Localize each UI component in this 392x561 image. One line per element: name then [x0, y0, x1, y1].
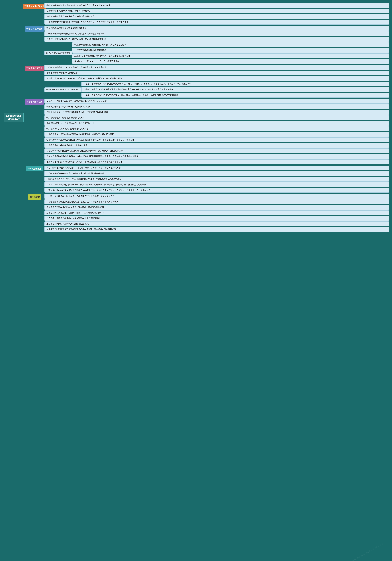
image-compression-label: 目前的图像压缩编码方法大数可分为三类 [44, 87, 81, 92]
img-compress-leaf-1: 一是基于图像数据统计特征的压缩方法,主要有统计编码、预测编码、变换编码、矢量量化… [82, 82, 389, 86]
audio-compression-subbranch: 数字音频压缩编码技术主要有 一是基于音频数据的统计特性的编码技术,典型的是波型编… [44, 42, 389, 64]
img-compress-leaf-2: 二是基于人眼视觉特性的压缩方法,主要是采用基于方向滤波的图像编码、基于图像轮廓和… [82, 87, 389, 92]
branch-row-digital-image: 数字图像处理技术 与数字音频处理技术一样,首先是将自然界的视觉信息转换成数字信号… [24, 65, 389, 97]
storage-leaf-2: 其存储容量和存取速度也越来越高,仍将是数字媒体存储技术中不可替代的存储媒体 [44, 199, 389, 204]
storage-leaf-1: 由于其记录性能优异、应用灵活、价格低廉,在技术上仍具有相当大的发展潜力 [44, 194, 389, 199]
watermark: iAmBTIRXI-TEFF4013*314/41171310+11433T:F… [346, 543, 383, 561]
branch-tag-col-4: 数字媒体编码技术 [24, 99, 44, 105]
anim-leaf-4: 计算机动画技术主要包括关键帧动画、变形物体动画、过程动画、关节动画与人体动画、基… [44, 182, 389, 187]
branch-content-4: 发展的另一个重要方向就是综合现有的编码技术,制定统一的国际标准 使数字媒体信息系… [44, 99, 389, 164]
leaf-1-1: 是数字媒体的关键,主要包括模拟媒体信息的数字化、高效的压缩编码技术 [44, 3, 389, 8]
branch-content-3: 与数字音频处理技术一样,首先是将自然界的视觉信息转换成数字信号 原始图像数据也需… [44, 65, 389, 97]
storage-leaf-5: 单位价格低及应用多样化等特点成为数字媒体信息的重要载体 [44, 216, 389, 221]
image-compression-leaves: 一是基于图像数据统计特征的压缩方法,主要有统计编码、预测编码、变换编码、矢量量化… [82, 82, 389, 97]
leaf-1-2: 以及数字媒体信息的特征提取、分类与识别技术等 [44, 9, 389, 13]
audio-leaf-2: 二是基于音频的声学参数的编码技术 [72, 48, 389, 53]
branch-label-animation: 计算机动画技术 [26, 166, 43, 172]
storage-leaf-4: 光存储技术以其标准化、容量大、寿命长、工作稳定可靠、体积小 [44, 210, 389, 215]
storage-leaf-3: 目前应用于数字媒体的磁存储技术主要有硬盘、硬盘阵列和磁带等 [44, 205, 389, 210]
storage-leaf-6: 蓝光存储技术的出现,使得光存储的容量成倍提高 [44, 221, 389, 226]
branch-label-storage: 磁存储技术 [28, 194, 41, 200]
leaf-1-4: 因此,相关的数字媒体信息处理技术的研发也是以数字音频处理技术和数字图像处理技术为… [44, 20, 389, 24]
branches-column: 数字媒体信息处理技术 是数字媒体的关键,主要包括模拟媒体信息的数字化、高效的压缩… [24, 3, 389, 232]
audio-compression-leaves: 一是基于音频数据的统计特性的编码技术,典型的是波型编码 二是基于音频的声学参数的… [72, 42, 389, 64]
leaf-1-3: 在数字媒体中,最具代表性和复杂性的是声音与图像信息 [44, 14, 389, 19]
branch-row-digital-audio: 数字音频处理技术 首先是将模拟的声音信号变换成数字音频信号 由于数字化的音频信号… [24, 26, 389, 64]
branch-tag-col-5: 计算机动画技术 [24, 166, 44, 172]
root-node: 新媒体运营信息处理与生成技术 [4, 113, 24, 122]
coding-leaf-1: 发展的另一个重要方向就是综合现有的编码技术,制定统一的国际标准 [44, 99, 389, 104]
leaf-2-1: 首先是将模拟的声音信号变换成数字音频信号 [44, 26, 389, 31]
image-leaf-1: 与数字音频处理技术一样,首先是将自然界的视觉信息转换成数字信号 [44, 65, 389, 70]
audio-compression-label: 数字音频压缩编码技术主要有 [44, 51, 72, 55]
anim-leaf-1: 是以计算机图形技术为基础,综合运用艺术、数学、物理学、生命科学及人工智能等学科 [44, 166, 389, 171]
anim-leaf-3: 计算机动画经历了从二维到三维,从线框图到真实感图像,从逐帧动画到实时动画的过程 [44, 177, 389, 182]
branch-tag-col-6: 磁存储技术 [24, 194, 44, 200]
branch-row-digital-media-info: 数字媒体信息处理技术 是数字媒体的关键,主要包括模拟媒体信息的数字化、高效的压缩… [24, 3, 389, 24]
branch-label-media-coding: 数字媒体编码技术 [25, 99, 44, 105]
audio-leaf-4: 成为以 MPEG 和 Dolby AC 3 为代表的标准商用系统 [72, 59, 389, 64]
coding-leaf-9: 计算机图形技术能够生成(绘制)非常复杂的图形 [44, 143, 389, 148]
branch-content-5: 是以计算机图形技术为基础,综合运用艺术、数学、物理学、生命科学及人工智能等学科 … [44, 166, 389, 193]
branch-row-storage: 磁存储技术 由于其记录性能优异、应用灵活、价格低廉,在技术上仍具有相当大的发展潜… [24, 194, 389, 232]
coding-leaf-8: 它是利用计算机生成和处理图形的技术,主要包括图形输入技术、图形建模技术、图形处理… [44, 137, 389, 142]
branch-label-digital-image: 数字图像处理技术 [25, 66, 44, 71]
branch-label-digital-media-info: 数字媒体信息处理技术 [23, 4, 46, 9]
image-leaf-2: 原始图像数据也需要进行高效的压缩 [44, 71, 389, 76]
coding-leaf-6: 特别是汉字识别技术和人类生理特征识别技术等 [44, 126, 389, 131]
branch-tag-col-1: 数字媒体信息处理技术 [24, 3, 44, 10]
coding-leaf-2: 使数字媒体信息系统具有普遍的互操作性和兼容性 [44, 104, 389, 109]
img-compress-leaf-3: 三是基于图像内容特征的压缩方法,主要采用形分编码、模型编码等,也是新一代高效图像… [82, 93, 389, 97]
coding-leaf-7: 计算机图形技术几乎在所有的数字媒体内容及系统中都得到了非常广泛的应用 [44, 132, 389, 137]
branch-label-digital-audio: 数字音频处理技术 [25, 26, 44, 32]
branch-content-2: 首先是将模拟的声音信号变换成数字音频信号 由于数字化的音频信号数据量非常大,因此… [44, 26, 389, 64]
branch-tag-col-2: 数字音频处理技术 [24, 26, 44, 32]
audio-leaf-3: 三是基于人的听觉特性的编码技术,其典型的技术是感知编码技术 [72, 53, 389, 58]
root-column: 新媒体运营信息处理与生成技术 [3, 3, 24, 232]
mindmap-container: 新媒体运营信息处理与生成技术 数字媒体信息处理技术 是数字媒体的关键,主要包括模… [3, 3, 389, 232]
coding-leaf-11: 真实感图形绘制的目的是使绘制出来的物体形象尽可能地接近真实,看上去与真实感照片几… [44, 154, 389, 159]
branch-tag-col-3: 数字图像处理技术 [24, 65, 44, 71]
coding-leaf-4: 特别是语音合成、语音增加和语音识别技术 [44, 115, 389, 120]
branch-content-1: 是数字媒体的关键,主要包括模拟媒体信息的数字化、高效的压缩编码技术 以及数字媒体… [44, 3, 389, 24]
anim-leaf-5: 目前,计算机动画的主要研究方向包括复杂物体造型技术、隐式曲面造型与动画、表演动画… [44, 188, 389, 193]
image-compression-subbranch: 目前的图像压缩编码方法大数可分为三类 一是基于图像数据统计特征的压缩方法,主要有… [44, 82, 389, 97]
leaf-2-2: 由于数字化的音频信号数据量非常大,因此需要根据音频信号的特性 [44, 31, 389, 36]
coding-leaf-5: 同样,图像识别技术也是数字媒体系统中广泛应用的技术 [44, 121, 389, 126]
coding-leaf-3: 数字语音处理技术也是数字音频处理技术的一个重要的研究与应用领域 [44, 110, 389, 115]
branch-content-6: 由于其记录性能优异、应用灵活、价格低廉,在技术上仍具有相当大的发展潜力 其存储容… [44, 194, 389, 232]
coding-leaf-12: 非真实感图形绘制是指利用计算机来生成不具有照片般真实,而具有手绘风格的图形技术 [44, 160, 389, 164]
storage-leaf-7: 在用作高清晰数字音像记录设备和计算机外存储器等方面有着很广阔的应用前景 [44, 227, 389, 232]
leaf-2-3: 主要是利用声音的时域冗余、频域冗余和听觉冗余对其数据进行压缩 [44, 37, 389, 42]
image-leaf-3: 主要是利用其空间冗余、时间冗余、结构冗余、知识冗余和视觉冗余来实现数据的压缩 [44, 76, 389, 81]
branch-row-media-coding: 数字媒体编码技术 发展的另一个重要方向就是综合现有的编码技术,制定统一的国际标准… [24, 99, 389, 164]
branch-row-animation: 计算机动画技术 是以计算机图形技术为基础,综合运用艺术、数学、物理学、生命科学及… [24, 166, 389, 193]
coding-leaf-10: 可根据计算机绘制图形的特点分为真实感图形绘制技术和非真实感(风格化)图形绘制技术 [44, 148, 389, 153]
anim-leaf-2: 以及领域的知识来研究客观存在或高度抽象的物体的运动表现形式 [44, 171, 389, 176]
audio-leaf-1: 一是基于音频数据的统计特性的编码技术,典型的是波型编码 [72, 42, 389, 47]
